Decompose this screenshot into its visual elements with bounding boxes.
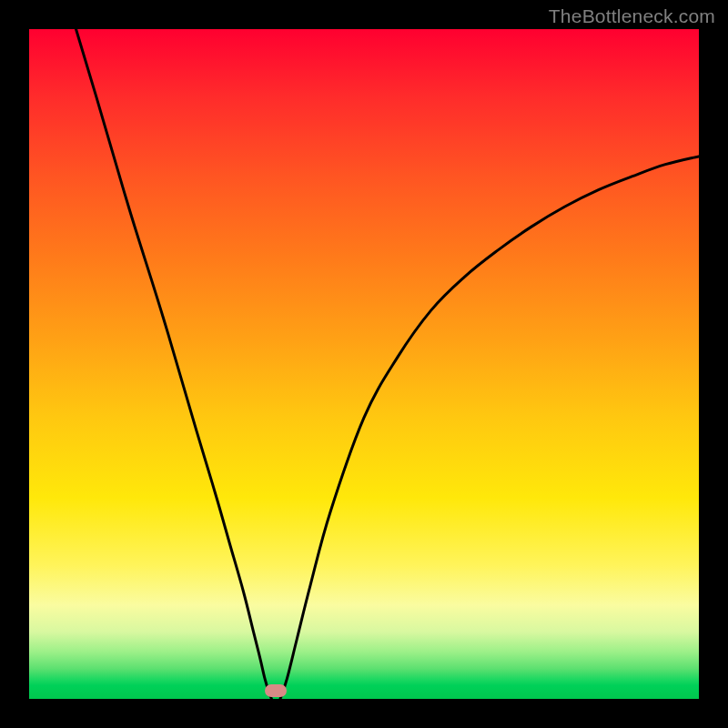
bottleneck-curve [29, 29, 699, 699]
watermark-text: TheBottleneck.com [549, 5, 715, 27]
plot-area [29, 29, 699, 699]
optimal-point-marker [265, 684, 287, 697]
chart-frame: TheBottleneck.com [0, 0, 728, 728]
